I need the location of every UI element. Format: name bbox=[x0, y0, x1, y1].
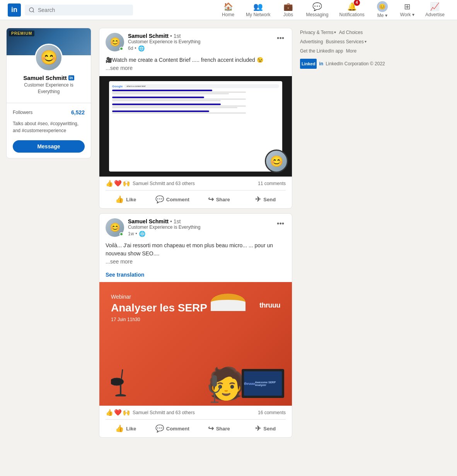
see-translation[interactable]: See translation bbox=[106, 272, 144, 278]
page-layout: PREMIUM 😊 Samuel Schmitt in Customer Exp… bbox=[0, 20, 457, 450]
comments-count-1[interactable]: 11 comments bbox=[258, 181, 286, 186]
post-card-2: 😊 Samuel Schmitt • 1st Customer Experien… bbox=[99, 213, 292, 438]
business-services-link[interactable]: Business Services ▾ bbox=[326, 39, 367, 44]
nav-item-messaging[interactable]: 💬 Messaging bbox=[301, 0, 333, 20]
privacy-dropdown: Privacy & Terms ▾ bbox=[300, 28, 336, 37]
share-icon-1: ↪ bbox=[208, 195, 214, 204]
main-nav: 🏠 Home 👥 My Network 💼 Jobs 💬 Messaging 🔔… bbox=[217, 0, 449, 20]
like-icon-1: 👍 bbox=[115, 195, 124, 204]
my-network-icon: 👥 bbox=[253, 2, 263, 11]
search-bar[interactable] bbox=[25, 5, 133, 15]
nav-label-home: Home bbox=[222, 12, 234, 17]
linkedin-gold-icon: in bbox=[68, 75, 74, 80]
post-degree-1: • 1st bbox=[170, 33, 181, 39]
post-more-button-1[interactable]: ••• bbox=[275, 33, 286, 44]
comment-icon-2: 💬 bbox=[155, 424, 164, 433]
post-meta-dot-1: • bbox=[135, 46, 136, 51]
post-text-2: Voilà... J'ai ressorti mon chapeau et mo… bbox=[99, 241, 292, 270]
post-text-1: 🎥Watch me create a Content Brief ..... f… bbox=[99, 56, 292, 76]
send-button-1[interactable]: ✈ Send bbox=[242, 192, 289, 207]
see-more-1[interactable]: ...see more bbox=[106, 65, 133, 71]
post-degree-2: • 1st bbox=[170, 218, 181, 224]
comment-icon-1: 💬 bbox=[155, 195, 164, 204]
see-more-2[interactable]: ...see more bbox=[106, 258, 133, 265]
microphone-svg bbox=[207, 373, 222, 404]
nav-item-jobs[interactable]: 💼 Jobs bbox=[276, 0, 300, 20]
message-button[interactable]: Message bbox=[13, 140, 85, 153]
post-author-info-1: 😊 Samuel Schmitt • 1st Customer Experien… bbox=[106, 33, 200, 51]
google-header: Google what is a content brief bbox=[112, 84, 279, 88]
post-image-1: Google what is a content brief bbox=[99, 76, 292, 177]
advertising-link[interactable]: Advertising bbox=[300, 39, 323, 44]
search-input[interactable] bbox=[38, 7, 129, 13]
left-sidebar: PREMIUM 😊 Samuel Schmitt in Customer Exp… bbox=[6, 28, 91, 442]
main-feed: 😊 Samuel Schmitt • 1st Customer Experien… bbox=[99, 28, 292, 442]
share-button-2[interactable]: ↪ Share bbox=[196, 421, 242, 436]
google-results bbox=[112, 90, 279, 114]
send-button-2[interactable]: ✈ Send bbox=[242, 421, 289, 436]
work-icon: ⊞ bbox=[404, 2, 411, 11]
jobs-icon: 💼 bbox=[283, 2, 293, 11]
linkedin-logo[interactable]: in bbox=[8, 3, 21, 17]
profile-stats: Followers 6,522 bbox=[7, 106, 91, 119]
post-reactions-1: 👍 ❤️ 🙌 Samuel Schmitt and 63 others 11 c… bbox=[99, 177, 292, 190]
like-button-1[interactable]: 👍 Like bbox=[102, 192, 149, 207]
post-avatar-2: 😊 bbox=[106, 218, 124, 237]
reaction-support: 🙌 bbox=[123, 180, 130, 187]
reaction-heart-2: ❤️ bbox=[114, 409, 122, 416]
share-button-1[interactable]: ↪ Share bbox=[196, 192, 242, 207]
nav-label-notifications: Notifications bbox=[339, 12, 364, 17]
microphone bbox=[207, 373, 222, 406]
svg-point-0 bbox=[29, 8, 34, 12]
post-author-name-2[interactable]: Samuel Schmitt • 1st bbox=[128, 218, 200, 224]
followers-label: Followers bbox=[13, 110, 32, 115]
post-actions-1: 👍 Like 💬 Comment ↪ Share ✈ Send bbox=[99, 190, 292, 208]
result-desc-6 bbox=[112, 107, 237, 108]
post-meta-1: 6d • 🌐 bbox=[128, 45, 200, 51]
send-icon-1: ✈ bbox=[255, 195, 261, 204]
nav-item-notifications[interactable]: 🔔 4 Notifications bbox=[334, 0, 369, 20]
post-reactions-2: 👍 ❤️ 🙌 Samuel Schmitt and 63 others 16 c… bbox=[99, 406, 292, 419]
google-logo: Google bbox=[112, 85, 123, 88]
online-indicator-1 bbox=[119, 47, 123, 51]
monitor-screen: thruuu Awesome SERP Analyzer bbox=[244, 371, 282, 396]
ad-choices-link[interactable]: Ad Choices bbox=[339, 30, 363, 35]
nav-item-home[interactable]: 🏠 Home bbox=[217, 0, 240, 20]
svg-rect-5 bbox=[212, 375, 217, 387]
result-desc-5 bbox=[112, 105, 246, 107]
notifications-icon: 🔔 4 bbox=[347, 2, 357, 11]
post-meta-2: 1w • 🌐 bbox=[128, 231, 200, 237]
nav-item-advertise[interactable]: 📈 Advertise bbox=[421, 0, 449, 20]
reaction-like-2: 👍 bbox=[106, 409, 113, 416]
video-presenter: 😊 bbox=[265, 150, 288, 173]
post-author-info-2: 😊 Samuel Schmitt • 1st Customer Experien… bbox=[106, 218, 200, 237]
nav-item-me[interactable]: 😊 Me ▾ bbox=[371, 0, 394, 20]
linkedin-footer-logo: Linked bbox=[300, 59, 317, 69]
nav-item-work[interactable]: ⊞ Work ▾ bbox=[396, 0, 419, 20]
result-3 bbox=[112, 104, 221, 105]
more-link[interactable]: More bbox=[346, 48, 356, 54]
post-more-button-2[interactable]: ••• bbox=[275, 218, 286, 230]
comment-button-1[interactable]: 💬 Comment bbox=[149, 192, 196, 207]
search-icon bbox=[29, 7, 35, 13]
result-desc-1 bbox=[112, 92, 246, 93]
post-author-details-2: Samuel Schmitt • 1st Customer Experience… bbox=[128, 218, 200, 237]
copyright-text: LinkedIn Corporation © 2022 bbox=[326, 59, 385, 68]
lamp bbox=[111, 366, 134, 398]
nav-label-advertise: Advertise bbox=[425, 12, 445, 17]
reaction-support-2: 🙌 bbox=[123, 409, 130, 416]
google-mockup: Google what is a content brief bbox=[109, 81, 282, 172]
hat-element bbox=[211, 294, 246, 311]
comments-count-2[interactable]: 16 comments bbox=[258, 410, 286, 415]
footer-row-2: Advertising Business Services ▾ bbox=[300, 37, 416, 46]
get-app-link[interactable]: Get the LinkedIn app bbox=[300, 48, 343, 54]
nav-item-my-network[interactable]: 👥 My Network bbox=[241, 0, 275, 20]
post-meta-dot-2: • bbox=[135, 231, 137, 236]
privacy-terms-link[interactable]: Privacy & Terms ▾ bbox=[300, 30, 338, 35]
like-button-2[interactable]: 👍 Like bbox=[102, 421, 149, 436]
reaction-text-2: Samuel Schmitt and 63 others bbox=[133, 410, 195, 415]
messaging-icon: 💬 bbox=[312, 2, 322, 11]
comment-button-2[interactable]: 💬 Comment bbox=[149, 421, 196, 436]
profile-info: Samuel Schmitt in Customer Experience is… bbox=[7, 75, 91, 100]
post-author-name-1[interactable]: Samuel Schmitt • 1st bbox=[128, 33, 200, 39]
